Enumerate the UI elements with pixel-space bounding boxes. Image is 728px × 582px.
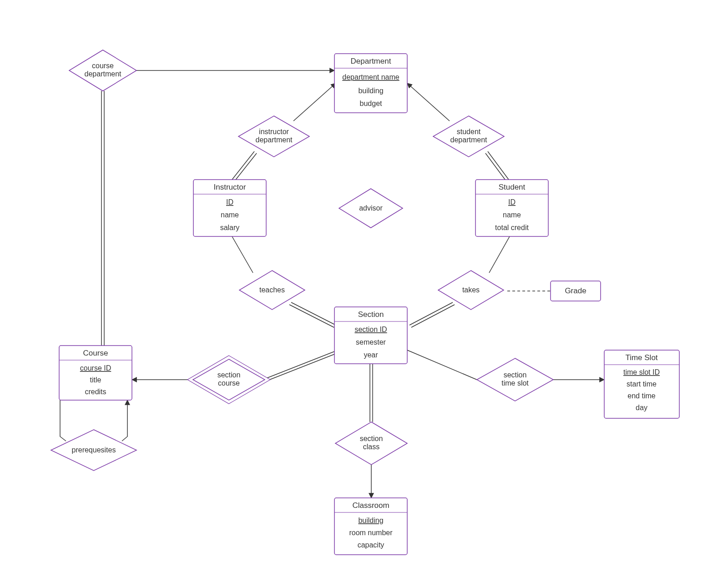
attr: credits xyxy=(85,388,106,396)
entity-title: Time Slot xyxy=(625,353,657,362)
attr-key: section ID xyxy=(354,326,387,333)
attr: semester xyxy=(356,338,386,346)
rel-label: department xyxy=(256,136,293,144)
rel-label: teaches xyxy=(259,286,285,294)
rel-advisor: advisor xyxy=(339,189,403,228)
rel-label: course xyxy=(218,379,240,387)
attr: building xyxy=(358,87,383,95)
attr: year xyxy=(364,351,378,359)
entity-course: Course course ID title credits xyxy=(59,346,132,400)
rel-label: instructor xyxy=(259,128,289,135)
rel-label: student xyxy=(457,128,481,135)
rel-student-department: student department xyxy=(433,116,504,157)
rel-label: section xyxy=(217,371,241,379)
attr: budget xyxy=(360,100,382,107)
entity-grade: Grade xyxy=(551,281,601,301)
rel-instructor-department: instructor department xyxy=(238,116,309,157)
entity-classroom: Classroom building room number capacity xyxy=(334,498,407,555)
rel-course-department: course department xyxy=(69,50,136,91)
entity-title: Instructor xyxy=(214,183,246,191)
entity-instructor: Instructor ID name salary xyxy=(193,180,266,236)
rel-section-course: section course xyxy=(187,356,270,404)
rel-label: section xyxy=(360,435,383,442)
rel-label: advisor xyxy=(359,204,383,212)
attr: name xyxy=(503,211,521,219)
attr: salary xyxy=(220,224,240,231)
rel-label: class xyxy=(363,443,379,451)
rel-label: takes xyxy=(462,286,480,294)
attr: day xyxy=(636,404,647,411)
rel-teaches: teaches xyxy=(239,271,305,310)
entity-title: Section xyxy=(358,310,384,319)
attr-key: time slot ID xyxy=(623,368,660,376)
entity-section: Section section ID semester year xyxy=(334,307,407,364)
rel-label: section xyxy=(504,371,527,379)
rel-label: department xyxy=(450,136,487,144)
attr: capacity xyxy=(358,541,384,549)
attr-key: course ID xyxy=(80,364,111,372)
rel-label: prerequesites xyxy=(72,446,116,454)
entity-department: Department department name building budg… xyxy=(334,54,407,113)
entity-title: Student xyxy=(499,183,526,191)
entity-title: Grade xyxy=(565,286,586,295)
attr-key: building xyxy=(358,517,383,524)
entity-title: Classroom xyxy=(352,501,389,510)
attr: start time xyxy=(627,380,657,388)
rel-section-class: section class xyxy=(335,422,407,465)
rel-prerequisites: prerequesites xyxy=(51,430,136,471)
attr: name xyxy=(221,211,239,219)
attr: total credit xyxy=(495,224,529,231)
rel-takes: takes xyxy=(438,271,504,310)
attr: title xyxy=(90,376,101,384)
rel-label: course xyxy=(92,62,114,70)
rel-label: department xyxy=(85,70,121,78)
rel-section-timeslot: section time slot xyxy=(477,358,553,401)
attr: end time xyxy=(627,392,655,400)
entity-title: Department xyxy=(351,57,391,65)
entity-student: Student ID name total credit xyxy=(475,180,548,236)
entity-timeslot: Time Slot time slot ID start time end ti… xyxy=(604,350,679,418)
attr-key: department name xyxy=(342,73,399,81)
rel-label: time slot xyxy=(501,379,529,387)
entity-title: Course xyxy=(83,349,108,357)
attr-key: ID xyxy=(508,198,516,206)
attr: room number xyxy=(349,529,393,537)
attr-key: ID xyxy=(226,198,233,206)
er-diagram: Department department name building budg… xyxy=(0,0,728,582)
